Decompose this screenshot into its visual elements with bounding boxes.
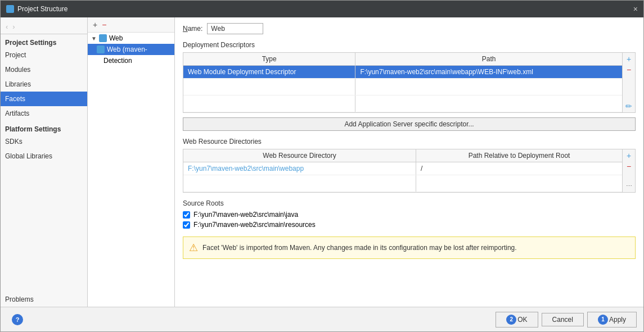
apply-button[interactable]: 1Apply — [587, 312, 637, 328]
web-resource-remove-button[interactable]: − — [624, 161, 634, 171]
project-settings-header: Project Settings — [1, 34, 87, 48]
main-panel: Name: Web Deployment Descriptors Type Pa… — [175, 17, 643, 307]
deployment-edit-button[interactable]: ✏ — [624, 101, 634, 111]
col-type: Type — [183, 53, 355, 66]
warning-text: Facet 'Web' is imported from Maven. Any … — [202, 244, 517, 252]
web-resource-table-inner: Web Resource Directory Path Relative to … — [183, 149, 622, 192]
table-row-empty — [183, 79, 622, 95]
tree-detection-label: Detection — [103, 57, 132, 65]
web-resource-add-button[interactable]: + — [624, 151, 634, 161]
sidebar-item-facets[interactable]: Facets — [1, 92, 87, 106]
sidebar-item-label: Libraries — [5, 80, 31, 88]
apply-label: Apply — [609, 315, 626, 323]
name-row: Name: Web — [183, 23, 636, 34]
deployment-descriptors-table-container: Type Path Web Module Deployment Descript… — [183, 52, 636, 113]
tree-toolbar: + − — [88, 17, 174, 33]
source-root-path-0: F:\yun7\maven-web2\src\main\java — [193, 211, 298, 219]
deployment-table-with-sidebar: Type Path Web Module Deployment Descript… — [183, 53, 635, 112]
deployment-add-button[interactable]: + — [624, 54, 634, 64]
tree-child-item[interactable]: Web (maven- — [88, 44, 174, 55]
table-row-empty — [183, 175, 622, 192]
source-root-row-0: F:\yun7\maven-web2\src\main\java — [183, 211, 636, 219]
col-web-resource-dir: Web Resource Directory — [183, 149, 416, 162]
project-structure-icon — [6, 5, 14, 13]
col-path-relative: Path Relative to Deployment Root — [416, 149, 622, 162]
apply-badge: 1 — [598, 315, 608, 325]
source-root-checkbox-0[interactable] — [183, 211, 190, 219]
add-descriptor-button[interactable]: Add Application Server specific descript… — [183, 117, 636, 131]
web-resource-table-with-sidebar: Web Resource Directory Path Relative to … — [183, 149, 635, 192]
web-resource-dir-link[interactable]: F:\yun7\maven-web2\src\main\webapp — [188, 165, 304, 172]
platform-settings-header: Platform Settings — [1, 121, 87, 134]
sidebar: ‹ › Project Settings Project Modules Lib… — [1, 17, 88, 307]
bottom-bar: ? 2OK Cancel 1Apply — [1, 307, 643, 331]
tree-remove-button[interactable]: − — [100, 19, 108, 30]
source-root-checkbox-1[interactable] — [183, 221, 190, 229]
project-structure-dialog: Project Structure × ‹ › Project Settings… — [0, 0, 644, 332]
deployment-table-sidebar: + − ✏ — [622, 53, 635, 112]
sidebar-item-label: Project — [5, 51, 26, 59]
sidebar-item-label: Facets — [5, 95, 25, 103]
main-content: ‹ › Project Settings Project Modules Lib… — [1, 17, 643, 307]
web-module-icon — [97, 46, 105, 53]
close-button[interactable]: × — [633, 4, 638, 13]
sidebar-item-modules[interactable]: Modules — [1, 62, 87, 77]
tree-panel: + − ▼ Web Web (maven- Detection — [88, 17, 175, 307]
tree-root-label: Web — [109, 34, 123, 42]
col-path: Path — [355, 53, 622, 66]
deployment-descriptors-table: Type Path Web Module Deployment Descript… — [183, 53, 622, 112]
ok-badge: 2 — [506, 315, 516, 325]
ok-button[interactable]: 2OK — [496, 312, 538, 328]
tree-child-label: Web (maven- — [107, 46, 147, 53]
source-root-row-1: F:\yun7\maven-web2\src\main\resources — [183, 221, 636, 229]
web-resource-table-sidebar: + − ⋯ — [622, 149, 635, 192]
sidebar-item-global-libraries[interactable]: Global Libraries — [1, 149, 87, 163]
deployment-table-inner: Type Path Web Module Deployment Descript… — [183, 53, 622, 112]
web-resource-table: Web Resource Directory Path Relative to … — [183, 149, 622, 192]
bottom-left: ? — [7, 314, 492, 325]
sidebar-item-libraries[interactable]: Libraries — [1, 77, 87, 92]
sidebar-item-sdks[interactable]: SDKs — [1, 134, 87, 149]
table-cell-type: Web Module Deployment Descriptor — [183, 66, 355, 79]
ok-label: OK — [517, 315, 527, 323]
tree-root-item[interactable]: ▼ Web — [88, 33, 174, 44]
web-resource-dir-cell: F:\yun7\maven-web2\src\main\webapp — [183, 162, 416, 175]
deployment-descriptors-title: Deployment Descriptors — [183, 41, 636, 49]
forward-button[interactable]: › — [11, 22, 16, 31]
table-row[interactable]: F:\yun7\maven-web2\src\main\webapp / — [183, 162, 622, 175]
tree-detection-item[interactable]: Detection — [88, 55, 174, 66]
sidebar-item-artifacts[interactable]: Artifacts — [1, 106, 87, 121]
table-cell-path: F:\yun7\maven-web2\src\main\webapp\WEB-I… — [355, 66, 622, 79]
nav-arrows: ‹ › — [1, 20, 87, 34]
name-label: Name: — [183, 25, 202, 33]
web-resource-path-cell: / — [416, 162, 622, 175]
source-root-path-1: F:\yun7\maven-web2\src\main\resources — [193, 221, 316, 229]
cancel-button[interactable]: Cancel — [542, 313, 584, 326]
sidebar-item-label: SDKs — [5, 138, 22, 145]
web-resource-dir-title: Web Resource Directories — [183, 138, 636, 145]
sidebar-item-label: Global Libraries — [5, 152, 52, 160]
sidebar-item-label: Problems — [5, 295, 34, 303]
title-bar: Project Structure × — [1, 1, 643, 17]
deployment-remove-button[interactable]: − — [624, 65, 634, 75]
sidebar-item-project[interactable]: Project — [1, 48, 87, 62]
tree-expand-icon: ▼ — [91, 35, 97, 42]
warning-icon: ⚠ — [189, 242, 198, 254]
source-roots-title: Source Roots — [183, 199, 636, 207]
name-value: Web — [207, 23, 263, 34]
back-button[interactable]: ‹ — [4, 22, 10, 31]
warning-bar: ⚠ Facet 'Web' is imported from Maven. An… — [183, 237, 636, 259]
table-row-empty — [183, 95, 622, 112]
sidebar-item-label: Artifacts — [5, 110, 29, 117]
web-module-icon — [99, 34, 107, 42]
sidebar-item-label: Modules — [5, 66, 30, 74]
web-resource-table-container: Web Resource Directory Path Relative to … — [183, 149, 636, 193]
web-resource-expand-button[interactable]: ⋯ — [624, 181, 634, 191]
table-row[interactable]: Web Module Deployment Descriptor F:\yun7… — [183, 66, 622, 79]
tree-add-button[interactable]: + — [91, 19, 99, 30]
title-bar-title: Project Structure — [17, 5, 67, 13]
help-button[interactable]: ? — [12, 314, 23, 325]
title-bar-left: Project Structure — [6, 5, 67, 13]
sidebar-item-problems[interactable]: Problems — [1, 292, 87, 307]
source-roots: Source Roots F:\yun7\maven-web2\src\main… — [183, 199, 636, 231]
